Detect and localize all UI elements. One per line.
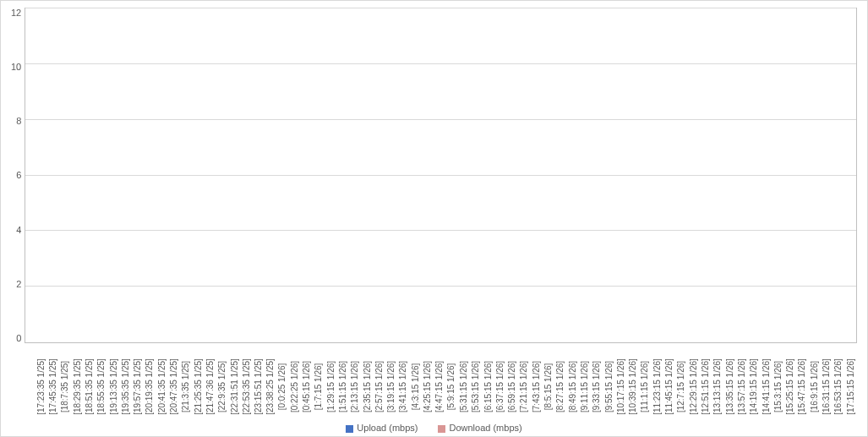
x-tick: [4:25:15 1/26] [422, 345, 434, 419]
x-tick-label: [19:13:35 1/25] [108, 358, 117, 415]
x-tick: [13:13:15 1/26] [712, 345, 723, 419]
x-tick: [17:15:15 1/26] [844, 345, 856, 419]
y-tick: 10 [11, 62, 21, 72]
x-tick-label: [12:29:15 1/26] [689, 358, 698, 415]
x-tick: [22:31:51 1/25] [228, 345, 240, 419]
x-tick-label: [20:41:35 1/25] [157, 358, 167, 415]
x-tick-label: [9:11:15 1/26] [580, 361, 589, 412]
x-tick: [6:37:15 1/26] [494, 345, 505, 419]
x-tick: [1:51:15 1/26] [336, 345, 348, 419]
x-tick-label: [22:53:35 1/25] [242, 358, 251, 415]
x-tick-label: [21:25:35 1/25] [194, 358, 203, 415]
x-tick: [11:1:15 1/26] [639, 345, 651, 419]
x-tick: [5:31:15 1/26] [457, 345, 469, 419]
legend-download-label: Download (mbps) [449, 423, 521, 433]
bandwidth-chart: 121086420 [17:23:35 1/25][17:45:35 1/25]… [0, 0, 868, 437]
x-tick-label: [16:9:15 1/26] [810, 361, 819, 412]
x-tick-label: [19:57:35 1/25] [133, 358, 142, 415]
x-tick-label: [13:13:15 1/26] [712, 358, 722, 415]
x-tick: [20:47:35 1/25] [167, 345, 179, 419]
x-tick: [8:27:15 1/26] [554, 345, 566, 419]
x-tick: [9:11:15 1/26] [578, 345, 590, 419]
x-tick-label: [13:35:15 1/26] [725, 358, 734, 415]
x-tick: [7:43:15 1/26] [530, 345, 542, 419]
x-tick-label: [15:3:15 1/26] [773, 361, 783, 412]
x-tick: [18:29:35 1/25] [71, 345, 83, 419]
x-tick: [9:55:15 1/26] [603, 345, 614, 419]
x-tick: [18:51:35 1/25] [83, 345, 95, 419]
legend-upload: Upload (mbps) [346, 423, 418, 433]
x-tick: [2:57:15 1/26] [373, 345, 385, 419]
x-tick: [15:3:15 1/26] [772, 345, 783, 419]
x-tick: [19:35:35 1/25] [119, 345, 131, 419]
x-tick: [10:39:15 1/26] [627, 345, 639, 419]
x-tick-label: [11:1:15 1/26] [640, 361, 649, 412]
x-tick-label: [11:23:15 1/26] [652, 358, 662, 415]
x-tick: [12:7:15 1/26] [675, 345, 687, 419]
x-tick-label: [7:21:15 1/26] [520, 361, 529, 412]
x-tick: [1:29:15 1/26] [325, 345, 336, 419]
x-tick: [18:55:35 1/25] [95, 345, 106, 419]
x-tick-label: [18:51:35 1/25] [85, 358, 94, 415]
x-tick: [1:7:15 1/26] [313, 345, 325, 419]
x-tick-label: [6:37:15 1/26] [495, 361, 505, 412]
y-tick: 2 [16, 279, 21, 289]
x-tick-label: [1:29:15 1/26] [326, 361, 336, 412]
x-tick: [0:45:15 1/26] [301, 345, 313, 419]
x-tick-label: [3:19:15 1/26] [386, 361, 396, 412]
x-tick: [13:57:15 1/26] [735, 345, 747, 419]
x-tick-label: [22:31:51 1/25] [229, 358, 238, 415]
x-tick: [22:53:35 1/25] [240, 345, 252, 419]
x-tick-label: [2:13:15 1/26] [350, 361, 359, 412]
x-tick-label: [2:35:15 1/26] [363, 361, 372, 412]
grid-line [25, 175, 856, 176]
x-tick-label: [18:29:35 1/25] [73, 358, 82, 415]
y-tick: 0 [16, 333, 21, 343]
x-tick-label: [5:53:15 1/26] [471, 361, 480, 412]
x-tick-label: [6:59:15 1/26] [507, 361, 516, 412]
x-tick: [15:25:15 1/26] [783, 345, 795, 419]
x-tick: [13:35:15 1/26] [723, 345, 735, 419]
x-tick-label: [10:17:15 1/26] [616, 358, 625, 415]
x-tick: [4:47:15 1/26] [434, 345, 445, 419]
x-tick: [12:29:15 1/26] [687, 345, 699, 419]
x-tick-label: [15:47:15 1/26] [797, 358, 806, 415]
x-tick: [21:3:35 1/25] [180, 345, 192, 419]
x-tick: [20:19:35 1/25] [144, 345, 156, 419]
x-tick: [7:21:15 1/26] [518, 345, 530, 419]
x-tick-label: [16:53:15 1/26] [833, 358, 843, 415]
x-tick-label: [10:39:15 1/26] [628, 358, 637, 415]
x-tick-label: [0:22:25 1/26] [290, 361, 299, 412]
x-tick-label: [0:0:25 1/26] [278, 363, 287, 411]
plot-row: 121086420 [11, 8, 857, 343]
x-tick-label: [2:57:15 1/26] [374, 361, 384, 412]
x-tick: [18:7:35 1/25] [59, 345, 71, 419]
x-tick: [8:5:15 1/26] [542, 345, 554, 419]
x-tick-label: [17:15:15 1/26] [846, 358, 855, 415]
x-tick-label: [12:51:15 1/26] [701, 358, 710, 415]
x-tick-label: [4:25:15 1/26] [423, 361, 432, 412]
x-tick-label: [12:7:15 1/26] [676, 361, 685, 412]
x-tick: [19:57:35 1/25] [131, 345, 143, 419]
x-tick-label: [21:47:36 1/25] [205, 358, 215, 415]
y-axis: 121086420 [11, 8, 25, 343]
bars-layer [25, 8, 856, 342]
x-tick: [4:3:15 1/26] [409, 345, 421, 419]
x-tick: [3:41:15 1/26] [397, 345, 409, 419]
x-tick-label: [20:47:35 1/25] [169, 358, 178, 415]
x-tick: [21:25:35 1/25] [192, 345, 204, 419]
x-tick-label: [13:57:15 1/26] [737, 358, 746, 415]
x-tick: [6:59:15 1/26] [506, 345, 518, 419]
x-tick-label: [1:51:15 1/26] [338, 361, 347, 412]
legend-download-swatch [438, 425, 445, 433]
x-tick: [12:51:15 1/26] [699, 345, 711, 419]
x-tick: [2:13:15 1/26] [349, 345, 361, 419]
x-tick: [6:15:15 1/26] [482, 345, 494, 419]
grid-line [25, 8, 856, 8]
x-tick-label: [4:3:15 1/26] [411, 363, 420, 411]
y-tick: 8 [16, 116, 21, 126]
plot-area [25, 8, 857, 343]
x-tick-label: [5:31:15 1/26] [459, 361, 468, 412]
x-axis: [17:23:35 1/25][17:45:35 1/25][18:7:35 1… [35, 345, 857, 419]
y-tick: 12 [11, 8, 21, 18]
